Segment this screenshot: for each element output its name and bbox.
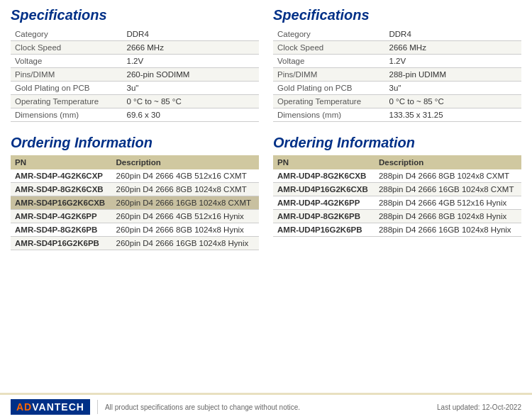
right-order-desc: 288pin D4 2666 4GB 512x16 Hynix [375, 196, 521, 210]
footer-note: All product specifications are subject t… [105, 403, 300, 411]
right-order-desc: 288pin D4 2666 8GB 1024x8 Hynix [375, 210, 521, 223]
right-ordering-title: Ordering Information [273, 135, 521, 151]
adv-part: AD [16, 401, 32, 413]
right-order-header-row: PN Description [273, 155, 521, 169]
right-order-row: AMR-UD4P-8G2K6CXB288pin D4 2666 8GB 1024… [273, 169, 521, 183]
right-spec-row: Pins/DIMM288-pin UDIMM [273, 68, 521, 82]
left-ordering-title: Ordering Information [11, 135, 259, 151]
left-spec-label: Operating Temperature [11, 95, 123, 108]
right-order-pn: AMR-UD4P-8G2K6PB [273, 210, 375, 223]
left-spec-label: Clock Speed [11, 41, 123, 55]
right-spec-label: Category [273, 28, 385, 41]
left-spec-value: 2666 MHz [123, 41, 260, 55]
right-spec-value: 2666 MHz [385, 41, 522, 55]
left-order-row: AMR-SD4P-8G2K6PB260pin D4 2666 8GB 1024x… [11, 223, 259, 237]
right-column: Specifications CategoryDDR4Clock Speed26… [273, 7, 521, 250]
left-order-header-row: PN Description [11, 155, 259, 169]
right-spec-row: Clock Speed2666 MHz [273, 41, 521, 55]
right-spec-value: 0 °C to ~ 85 °C [385, 95, 522, 108]
left-spec-row: Gold Plating on PCB3u" [11, 82, 259, 95]
footer: ADVANTECH All product specifications are… [0, 393, 532, 419]
left-spec-row: CategoryDDR4 [11, 28, 259, 41]
left-spec-label: Pins/DIMM [11, 68, 123, 82]
right-order-header-pn: PN [273, 155, 375, 169]
right-specs-title: Specifications [273, 7, 521, 23]
left-order-row: AMR-SD4P16G2K6CXB260pin D4 2666 16GB 102… [11, 196, 259, 210]
left-order-pn: AMR-SD4P16G2K6PB [11, 237, 112, 250]
footer-left: ADVANTECH All product specifications are… [11, 399, 300, 415]
right-spec-row: Voltage1.2V [273, 55, 521, 68]
right-spec-label: Pins/DIMM [273, 68, 385, 82]
right-order-row: AMR-UD4P16G2K6PB288pin D4 2666 16GB 1024… [273, 223, 521, 237]
left-order-pn: AMR-SD4P-4G2K6CXP [11, 169, 112, 183]
right-spec-row: Dimensions (mm)133.35 x 31.25 [273, 108, 521, 122]
advantech-logo: ADVANTECH [11, 399, 90, 415]
left-spec-value: 260-pin SODIMM [123, 68, 260, 82]
left-specs-title: Specifications [11, 7, 259, 23]
left-order-desc: 260pin D4 2666 16GB 1024x8 Hynix [112, 237, 259, 250]
right-order-table: PN Description AMR-UD4P-8G2K6CXB288pin D… [273, 155, 521, 237]
right-spec-value: 3u" [385, 82, 522, 95]
right-spec-value: DDR4 [385, 28, 522, 41]
left-order-header-desc: Description [112, 155, 259, 169]
left-spec-label: Voltage [11, 55, 123, 68]
right-order-header-desc: Description [375, 155, 521, 169]
right-order-desc: 288pin D4 2666 16GB 1024x8 Hynix [375, 223, 521, 237]
right-spec-label: Clock Speed [273, 41, 385, 55]
right-spec-value: 133.35 x 31.25 [385, 108, 522, 122]
left-spec-row: Voltage1.2V [11, 55, 259, 68]
right-order-pn: AMR-UD4P-8G2K6CXB [273, 169, 375, 183]
right-order-pn: AMR-UD4P16G2K6PB [273, 223, 375, 237]
left-spec-row: Operating Temperature0 °C to ~ 85 °C [11, 95, 259, 108]
left-spec-row: Dimensions (mm)69.6 x 30 [11, 108, 259, 122]
right-spec-label: Voltage [273, 55, 385, 68]
left-order-pn: AMR-SD4P-8G2K6PB [11, 223, 112, 237]
left-spec-row: Clock Speed2666 MHz [11, 41, 259, 55]
footer-divider [97, 400, 98, 414]
left-spec-value: 0 °C to ~ 85 °C [123, 95, 260, 108]
vantech-part: VANTECH [32, 401, 84, 413]
left-spec-value: 1.2V [123, 55, 260, 68]
right-spec-label: Operating Temperature [273, 95, 385, 108]
left-order-desc: 260pin D4 2666 4GB 512x16 Hynix [112, 210, 259, 223]
left-order-pn: AMR-SD4P-4G2K6PP [11, 210, 112, 223]
left-spec-label: Category [11, 28, 123, 41]
right-order-row: AMR-UD4P-8G2K6PB288pin D4 2666 8GB 1024x… [273, 210, 521, 223]
right-order-pn: AMR-UD4P16G2K6CXB [273, 183, 375, 196]
left-spec-row: Pins/DIMM260-pin SODIMM [11, 68, 259, 82]
left-order-pn: AMR-SD4P16G2K6CXB [11, 196, 112, 210]
left-spec-label: Gold Plating on PCB [11, 82, 123, 95]
right-order-row: AMR-UD4P-4G2K6PP288pin D4 2666 4GB 512x1… [273, 196, 521, 210]
right-spec-value: 288-pin UDIMM [385, 68, 522, 82]
left-spec-value: 69.6 x 30 [123, 108, 260, 122]
right-order-desc: 288pin D4 2666 8GB 1024x8 CXMT [375, 169, 521, 183]
main-content: Specifications CategoryDDR4Clock Speed26… [0, 0, 532, 293]
right-spec-row: Operating Temperature0 °C to ~ 85 °C [273, 95, 521, 108]
left-order-desc: 260pin D4 2666 8GB 1024x8 Hynix [112, 223, 259, 237]
left-order-header-pn: PN [11, 155, 112, 169]
right-order-row: AMR-UD4P16G2K6CXB288pin D4 2666 16GB 102… [273, 183, 521, 196]
right-spec-table: CategoryDDR4Clock Speed2666 MHzVoltage1.… [273, 28, 521, 122]
left-order-desc: 260pin D4 2666 16GB 1024x8 CXMT [112, 196, 259, 210]
left-order-desc: 260pin D4 2666 4GB 512x16 CXMT [112, 169, 259, 183]
right-order-pn: AMR-UD4P-4G2K6PP [273, 196, 375, 210]
right-order-desc: 288pin D4 2666 16GB 1024x8 CXMT [375, 183, 521, 196]
right-spec-label: Dimensions (mm) [273, 108, 385, 122]
left-spec-value: DDR4 [123, 28, 260, 41]
left-order-row: AMR-SD4P-4G2K6PP260pin D4 2666 4GB 512x1… [11, 210, 259, 223]
left-spec-label: Dimensions (mm) [11, 108, 123, 122]
right-spec-row: Gold Plating on PCB3u" [273, 82, 521, 95]
left-order-row: AMR-SD4P16G2K6PB260pin D4 2666 16GB 1024… [11, 237, 259, 250]
right-spec-value: 1.2V [385, 55, 522, 68]
left-order-row: AMR-SD4P-4G2K6CXP260pin D4 2666 4GB 512x… [11, 169, 259, 183]
left-spec-value: 3u" [123, 82, 260, 95]
left-order-table: PN Description AMR-SD4P-4G2K6CXP260pin D… [11, 155, 259, 250]
left-column: Specifications CategoryDDR4Clock Speed26… [11, 7, 259, 250]
left-order-row: AMR-SD4P-8G2K6CXB260pin D4 2666 8GB 1024… [11, 183, 259, 196]
right-spec-label: Gold Plating on PCB [273, 82, 385, 95]
left-spec-table: CategoryDDR4Clock Speed2666 MHzVoltage1.… [11, 28, 259, 122]
right-spec-row: CategoryDDR4 [273, 28, 521, 41]
left-order-pn: AMR-SD4P-8G2K6CXB [11, 183, 112, 196]
left-order-desc: 260pin D4 2666 8GB 1024x8 CXMT [112, 183, 259, 196]
footer-date: Last updated: 12-Oct-2022 [437, 403, 521, 411]
